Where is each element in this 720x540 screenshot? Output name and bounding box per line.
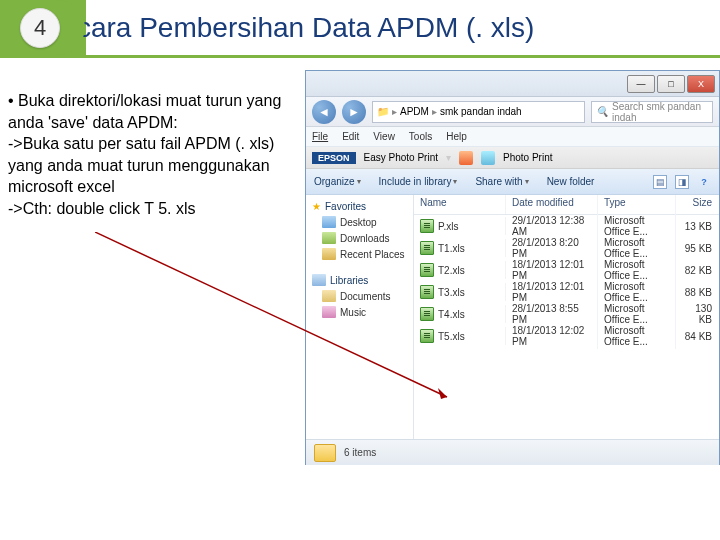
folder-icon: 📁 xyxy=(377,106,389,117)
status-text: 6 items xyxy=(344,447,376,458)
file-name: P.xls xyxy=(438,221,458,232)
xls-file-icon xyxy=(420,219,434,233)
chevron-right-icon: ▸ xyxy=(392,106,397,117)
search-icon: 🔍 xyxy=(596,106,608,117)
music-icon xyxy=(322,306,336,318)
explorer-toolbar: Organize Include in library Share with N… xyxy=(306,169,719,195)
xls-file-icon xyxy=(420,329,434,343)
col-header-name[interactable]: Name xyxy=(414,195,506,214)
close-button[interactable]: X xyxy=(687,75,715,93)
file-list: Name Date modified Type Size P.xls29/1/2… xyxy=(414,195,719,439)
explorer-window: — □ X ◄ ► 📁 ▸ APDM ▸ smk pandan indah 🔍 … xyxy=(305,70,720,465)
search-input[interactable]: 🔍 Search smk pandan indah xyxy=(591,101,713,123)
file-size: 130 KB xyxy=(676,301,716,327)
sidebar-item-music[interactable]: Music xyxy=(308,304,411,320)
downloads-icon xyxy=(322,232,336,244)
toolbar-right-icons: ▤ ◨ ? xyxy=(653,175,711,189)
photo-icon[interactable] xyxy=(481,151,495,165)
menu-file[interactable]: File xyxy=(312,131,328,142)
file-size: 82 KB xyxy=(676,263,716,278)
file-size: 84 KB xyxy=(676,329,716,344)
sidebar-item-desktop[interactable]: Desktop xyxy=(308,214,411,230)
epson-brand-label: EPSON xyxy=(312,152,356,164)
file-name: T3.xls xyxy=(438,287,465,298)
sidebar-favorites[interactable]: ★Favorites xyxy=(308,199,411,214)
maximize-button[interactable]: □ xyxy=(657,75,685,93)
breadcrumb-segment[interactable]: APDM xyxy=(400,106,429,117)
minimize-button[interactable]: — xyxy=(627,75,655,93)
file-row[interactable]: T3.xls18/1/2013 12:01 PMMicrosoft Office… xyxy=(414,281,719,303)
search-placeholder: Search smk pandan indah xyxy=(612,101,708,123)
photo-print-button[interactable]: Photo Print xyxy=(503,152,552,163)
window-titlebar: — □ X xyxy=(306,71,719,97)
column-headers: Name Date modified Type Size xyxy=(414,195,719,215)
file-type: Microsoft Office E... xyxy=(598,323,676,349)
page-title: Tatacara Pembersihan Data APDM (. xls) xyxy=(24,12,534,44)
file-row[interactable]: T5.xls18/1/2013 12:02 PMMicrosoft Office… xyxy=(414,325,719,347)
star-icon: ★ xyxy=(312,201,321,212)
epson-toolbar: EPSON Easy Photo Print ▾ Photo Print xyxy=(306,147,719,169)
col-header-size[interactable]: Size xyxy=(676,195,716,214)
xls-file-icon xyxy=(420,307,434,321)
breadcrumb-segment[interactable]: smk pandan indah xyxy=(440,106,522,117)
back-button[interactable]: ◄ xyxy=(312,100,336,124)
file-date: 18/1/2013 12:02 PM xyxy=(506,323,598,349)
sidebar: ★Favorites Desktop Downloads Recent Plac… xyxy=(306,195,414,439)
organize-button[interactable]: Organize xyxy=(314,176,361,187)
step-badge-wrap: 4 xyxy=(0,0,85,55)
menu-bar: File Edit View Tools Help xyxy=(306,127,719,147)
file-name: T4.xls xyxy=(438,309,465,320)
divider: ▾ xyxy=(446,152,451,163)
epson-app-label: Easy Photo Print xyxy=(364,152,438,163)
menu-tools[interactable]: Tools xyxy=(409,131,432,142)
file-row[interactable]: P.xls29/1/2013 12:38 AMMicrosoft Office … xyxy=(414,215,719,237)
preview-pane-icon[interactable]: ◨ xyxy=(675,175,689,189)
file-row[interactable]: T1.xls28/1/2013 8:20 PMMicrosoft Office … xyxy=(414,237,719,259)
file-row[interactable]: T2.xls18/1/2013 12:01 PMMicrosoft Office… xyxy=(414,259,719,281)
chevron-right-icon: ▸ xyxy=(432,106,437,117)
explorer-body: ★Favorites Desktop Downloads Recent Plac… xyxy=(306,195,719,439)
libraries-icon xyxy=(312,274,326,286)
help-icon[interactable]: ? xyxy=(697,175,711,189)
file-size: 95 KB xyxy=(676,241,716,256)
sidebar-libraries[interactable]: Libraries xyxy=(308,272,411,288)
menu-view[interactable]: View xyxy=(373,131,395,142)
menu-help[interactable]: Help xyxy=(446,131,467,142)
status-bar: 6 items xyxy=(306,439,719,465)
xls-file-icon xyxy=(420,285,434,299)
include-library-button[interactable]: Include in library xyxy=(379,176,458,187)
col-header-type[interactable]: Type xyxy=(598,195,676,214)
xls-file-icon xyxy=(420,263,434,277)
col-header-date[interactable]: Date modified xyxy=(506,195,598,214)
file-size: 13 KB xyxy=(676,219,716,234)
desktop-icon xyxy=(322,216,336,228)
step-number-badge: 4 xyxy=(20,8,60,48)
menu-edit[interactable]: Edit xyxy=(342,131,359,142)
view-options-icon[interactable]: ▤ xyxy=(653,175,667,189)
file-name: T2.xls xyxy=(438,265,465,276)
file-name: T5.xls xyxy=(438,331,465,342)
new-folder-button[interactable]: New folder xyxy=(547,176,595,187)
folder-icon xyxy=(314,444,336,462)
printer-icon[interactable] xyxy=(459,151,473,165)
forward-button[interactable]: ► xyxy=(342,100,366,124)
header-bar: 4 Tatacara Pembersihan Data APDM (. xls) xyxy=(0,0,720,58)
nav-row: ◄ ► 📁 ▸ APDM ▸ smk pandan indah 🔍 Search… xyxy=(306,97,719,127)
sidebar-item-documents[interactable]: Documents xyxy=(308,288,411,304)
documents-icon xyxy=(322,290,336,302)
breadcrumb[interactable]: 📁 ▸ APDM ▸ smk pandan indah xyxy=(372,101,585,123)
instruction-text: • Buka direktori/lokasi muat turun yang … xyxy=(8,90,303,220)
sidebar-item-recent[interactable]: Recent Places xyxy=(308,246,411,262)
sidebar-item-downloads[interactable]: Downloads xyxy=(308,230,411,246)
xls-file-icon xyxy=(420,241,434,255)
file-name: T1.xls xyxy=(438,243,465,254)
file-row[interactable]: T4.xls28/1/2013 8:55 PMMicrosoft Office … xyxy=(414,303,719,325)
file-size: 88 KB xyxy=(676,285,716,300)
share-with-button[interactable]: Share with xyxy=(475,176,528,187)
recent-icon xyxy=(322,248,336,260)
